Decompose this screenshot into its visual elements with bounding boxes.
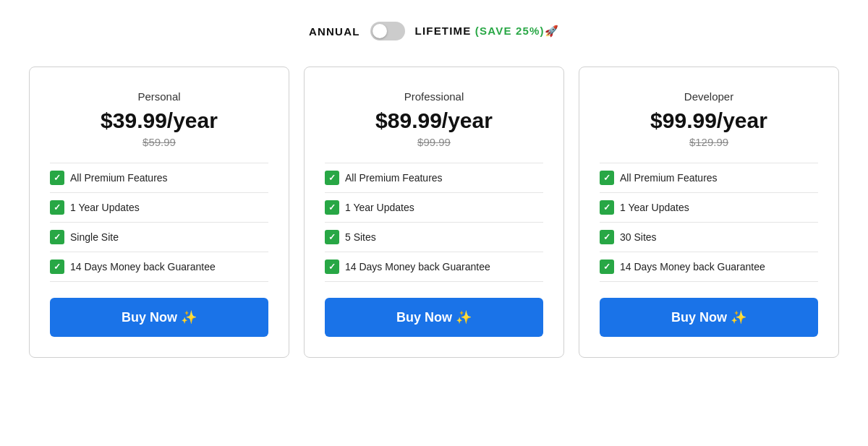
feature-text: 1 Year Updates <box>345 202 414 213</box>
feature-text: All Premium Features <box>620 172 718 184</box>
plan-name: Personal <box>50 90 268 103</box>
pricing-cards: Personal$39.99/year$59.99✓All Premium Fe… <box>22 67 846 358</box>
plan-price: $99.99/year <box>600 108 818 133</box>
check-icon: ✓ <box>325 260 339 274</box>
check-icon: ✓ <box>600 230 614 244</box>
feature-item: ✓30 Sites <box>600 223 818 252</box>
feature-text: Single Site <box>70 231 119 243</box>
plan-price: $89.99/year <box>325 108 543 133</box>
feature-item: ✓5 Sites <box>325 223 543 252</box>
buy-now-button[interactable]: Buy Now ✨ <box>50 298 268 337</box>
plan-original-price: $99.99 <box>325 136 543 148</box>
feature-item: ✓1 Year Updates <box>50 193 268 223</box>
plan-original-price: $59.99 <box>50 136 268 148</box>
check-icon: ✓ <box>50 260 64 274</box>
annual-label: ANNUAL <box>309 25 360 38</box>
feature-item: ✓1 Year Updates <box>600 193 818 223</box>
billing-toggle-switch[interactable] <box>370 22 405 40</box>
buy-now-button[interactable]: Buy Now ✨ <box>325 298 543 337</box>
plan-price: $39.99/year <box>50 108 268 133</box>
feature-text: 14 Days Money back Guarantee <box>345 261 490 273</box>
check-icon: ✓ <box>600 171 614 185</box>
feature-item: ✓Single Site <box>50 223 268 252</box>
feature-text: All Premium Features <box>345 172 443 184</box>
features-list: ✓All Premium Features✓1 Year Updates✓5 S… <box>325 163 543 282</box>
lifetime-label: LIFETIME (SAVE 25%)🚀 <box>415 25 559 38</box>
plan-name: Professional <box>325 90 543 103</box>
feature-text: 5 Sites <box>345 231 376 243</box>
feature-text: 1 Year Updates <box>70 202 140 213</box>
plan-card-professional: Professional$89.99/year$99.99✓All Premiu… <box>304 67 564 358</box>
plan-name: Developer <box>600 90 818 103</box>
feature-item: ✓14 Days Money back Guarantee <box>600 252 818 282</box>
feature-item: ✓1 Year Updates <box>325 193 543 223</box>
features-list: ✓All Premium Features✓1 Year Updates✓30 … <box>600 163 818 282</box>
check-icon: ✓ <box>325 200 339 215</box>
check-icon: ✓ <box>50 171 64 185</box>
plan-card-personal: Personal$39.99/year$59.99✓All Premium Fe… <box>29 67 289 358</box>
feature-item: ✓All Premium Features <box>325 163 543 193</box>
feature-item: ✓14 Days Money back Guarantee <box>50 252 268 282</box>
check-icon: ✓ <box>325 230 339 244</box>
feature-text: 1 Year Updates <box>620 202 689 213</box>
check-icon: ✓ <box>325 171 339 185</box>
feature-item: ✓All Premium Features <box>50 163 268 193</box>
plan-card-developer: Developer$99.99/year$129.99✓All Premium … <box>579 67 839 358</box>
check-icon: ✓ <box>50 200 64 215</box>
feature-text: 14 Days Money back Guarantee <box>70 261 216 273</box>
feature-text: 30 Sites <box>620 231 657 243</box>
buy-now-button[interactable]: Buy Now ✨ <box>600 298 818 337</box>
check-icon: ✓ <box>50 230 64 244</box>
feature-item: ✓14 Days Money back Guarantee <box>325 252 543 282</box>
feature-text: All Premium Features <box>70 172 168 184</box>
feature-item: ✓All Premium Features <box>600 163 818 193</box>
toggle-thumb <box>373 24 387 38</box>
feature-text: 14 Days Money back Guarantee <box>620 261 765 273</box>
billing-toggle: ANNUAL LIFETIME (SAVE 25%)🚀 <box>309 22 559 40</box>
features-list: ✓All Premium Features✓1 Year Updates✓Sin… <box>50 163 268 282</box>
plan-original-price: $129.99 <box>600 136 818 148</box>
save-badge: (SAVE 25%)🚀 <box>475 25 559 37</box>
check-icon: ✓ <box>600 200 614 215</box>
check-icon: ✓ <box>600 260 614 274</box>
